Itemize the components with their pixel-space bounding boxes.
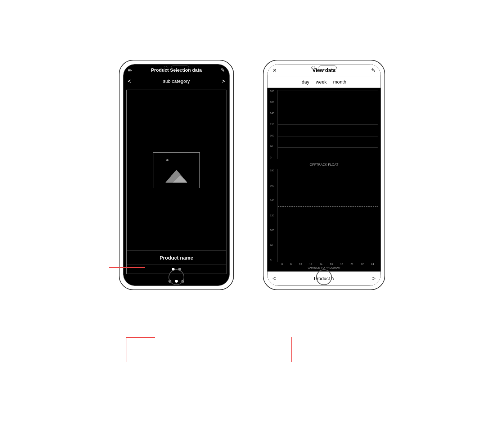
speaker-bar (171, 66, 189, 70)
phone2-edit-icon[interactable]: ✎ (371, 67, 375, 73)
grid-line-1 (278, 90, 378, 90)
grid-line-6 (278, 147, 378, 148)
bar-chart-title: OFFTRACK FLOAT (270, 163, 378, 166)
tab-day[interactable]: day (302, 79, 309, 85)
edit-icon[interactable]: ✎ (221, 67, 225, 73)
grid-line-2 (278, 101, 378, 101)
connector-line (126, 337, 292, 362)
close-icon[interactable]: ✕ (273, 67, 277, 73)
phone1-home-button[interactable] (168, 269, 184, 285)
phone2-home-button[interactable] (316, 269, 332, 285)
grid-line-5 (278, 136, 378, 136)
grid-line-7 (278, 159, 378, 159)
x-24: 24 (371, 263, 374, 265)
product-name: Product name (159, 255, 193, 261)
nav-label: sub category (131, 78, 221, 84)
phone2-camera (311, 66, 315, 69)
phone1-topbar (164, 66, 189, 70)
camera-circle (164, 66, 167, 69)
chart-area: 180 160 140 120 100 80 0 (267, 88, 381, 271)
phone2-topbar (311, 66, 337, 70)
scene: ≡· Product Selection data ✎ < sub catego… (54, 38, 450, 398)
y-100: 100 (270, 134, 274, 137)
bar-chart-y-labels: 180 160 140 120 100 80 0 (270, 169, 274, 261)
red-line-horizontal (126, 337, 155, 338)
x-20: 20 (351, 263, 354, 265)
red-line-left (109, 267, 145, 268)
x-16: 16 (330, 263, 333, 265)
grid-line-3 (278, 113, 378, 113)
variance-label: VARINCE TO PROGRAM (270, 266, 378, 269)
bar-chart: 180 160 140 120 100 80 0 (278, 169, 378, 262)
phone-2: ✕ View data ✎ day week month (263, 60, 385, 290)
x-axis-labels: 6 8 10 12 14 16 18 20 22 24 (278, 263, 378, 265)
x-8: 8 (290, 263, 292, 265)
grid-line-4 (278, 124, 378, 125)
phone2-tabs: day week month (267, 76, 381, 88)
y-180: 180 (270, 90, 274, 93)
x-18: 18 (340, 263, 343, 265)
y-120: 120 (270, 123, 274, 126)
nav-right-arrow[interactable]: > (222, 78, 225, 85)
product-name-area: Product name (127, 251, 226, 265)
y-140: 140 (270, 112, 274, 114)
phone-1: ≡· Product Selection data ✎ < sub catego… (119, 60, 234, 290)
menu-icon[interactable]: ≡· (128, 67, 132, 73)
bars-container (278, 169, 378, 261)
line-chart-y-labels: 180 160 140 120 100 80 0 (270, 90, 274, 159)
x-12: 12 (309, 263, 312, 265)
line-chart-section: 180 160 140 120 100 80 0 (270, 90, 378, 161)
footer-left-arrow[interactable]: < (273, 275, 276, 282)
product-image-area (127, 90, 226, 251)
footer-right-arrow[interactable]: > (372, 275, 375, 282)
bar-chart-section: OFFTRACK FLOAT 180 160 140 120 100 80 0 (270, 163, 378, 269)
y-160: 160 (270, 101, 274, 103)
mountain-icon (162, 166, 191, 184)
x-10: 10 (299, 263, 302, 265)
tab-week[interactable]: week (316, 79, 327, 85)
image-dot (166, 159, 168, 161)
line-chart: 180 160 140 120 100 80 0 (278, 90, 378, 159)
y-80: 80 (270, 145, 274, 148)
phone1-screen-border: ≡· Product Selection data ✎ < sub catego… (123, 64, 230, 286)
x-6: 6 (281, 263, 283, 265)
phone2-screen-border: ✕ View data ✎ day week month (267, 64, 381, 286)
nav-left-arrow[interactable]: < (128, 78, 131, 85)
phone1-screen: ≡· Product Selection data ✎ < sub catego… (123, 64, 229, 286)
product-card: Product name (126, 90, 226, 274)
image-placeholder (153, 152, 200, 188)
phone1-content: Product name (123, 87, 229, 277)
x-22: 22 (361, 263, 364, 265)
tab-month[interactable]: month (333, 79, 346, 85)
phone1-nav: < sub category > (123, 76, 229, 87)
phone2-speaker (319, 66, 337, 70)
x-14: 14 (320, 263, 323, 265)
y-0: 0 (270, 156, 274, 159)
phone2-screen: ✕ View data ✎ day week month (267, 64, 381, 286)
